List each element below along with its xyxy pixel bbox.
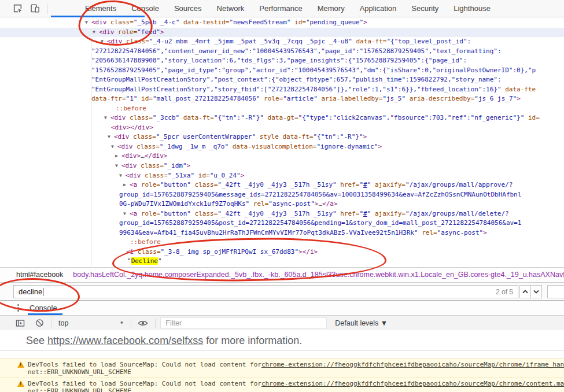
code-token-attr: id= xyxy=(194,172,210,179)
match-count: 2 of 5 xyxy=(496,288,513,296)
dom-tree-line[interactable]: ▼<div class="_idm"> xyxy=(0,161,564,171)
elements-panel: ▼<div class="_5pcb _4-c" data-testid="ne… xyxy=(0,18,564,267)
dom-tree-line[interactable]: data-ftr="1" id="mall_post_2721282254784… xyxy=(0,94,564,104)
next-match-button[interactable] xyxy=(530,285,542,298)
code-token-val: "{"tn":"-R"}" xyxy=(214,114,264,121)
console-filter-input[interactable]: Filter xyxy=(160,317,327,328)
code-token-val: "async-post" xyxy=(268,200,314,208)
code-token-val: "/ajax/groups/mall/approve/? xyxy=(406,181,513,188)
code-token-attr: role= xyxy=(115,28,138,36)
console-info-message: See https://www.facebook.com/selfxss for… xyxy=(26,335,564,347)
code-token-attr: aria-labelledby= xyxy=(318,95,383,102)
dom-tree-line[interactable]: "2721282254784056","content_owner_id_new… xyxy=(0,47,564,57)
search-query-text: decline xyxy=(19,287,42,296)
dom-tree-line[interactable]: ::before xyxy=(0,238,564,247)
code-token-val: "_5pcr userContentWrapper" xyxy=(156,133,256,140)
dom-tree-line[interactable]: <div></div> xyxy=(0,123,564,133)
breadcrumb: html#facebookbody.hasLeftCol._2yq.home.c… xyxy=(0,267,564,282)
code-token-tag: </a> xyxy=(322,200,338,208)
tab-elements[interactable]: Elements xyxy=(78,0,124,17)
sourcemap-link[interactable]: chrome-extension://fheoggkfdfchfphceeifd… xyxy=(261,361,564,368)
dom-tree-line[interactable]: "EntGroupMallPostCreationStory","story_f… xyxy=(0,85,564,95)
tab-console[interactable]: Console xyxy=(124,0,167,17)
disclosure-arrow-icon[interactable]: ▼ xyxy=(104,113,110,123)
disclosure-arrow-icon[interactable]: ▼ xyxy=(101,37,107,47)
code-token-tag: <a xyxy=(130,181,137,188)
dom-tree-line[interactable]: "2056636147889908","story_location":6,"t… xyxy=(0,56,564,66)
disclosure-arrow-icon[interactable]: ▼ xyxy=(111,142,117,152)
dom-tree-line[interactable]: ▶<a role="button" class="_42ft _4jy0 _4j… xyxy=(0,180,564,190)
dom-tree-line[interactable]: ▼<div class="_51xa" id="u_0_24"> xyxy=(0,171,564,181)
dom-tree-line[interactable]: group_id=1576528879259405&message_ids=27… xyxy=(0,190,564,200)
code-token-val: "2056636147889908","story_location":6,"t… xyxy=(91,57,467,64)
dom-tree-line[interactable]: ▼<div class="_4-u2 mbm _4mrt _5jmm _5pat… xyxy=(0,37,564,47)
dom-tree-line[interactable]: ▶<div>…</div> xyxy=(0,151,564,161)
disclosure-arrow-icon[interactable]: ▼ xyxy=(123,209,130,219)
previous-match-button[interactable] xyxy=(519,285,531,298)
search-input[interactable]: decline 2 of 5 xyxy=(13,285,518,298)
sourcemap-link[interactable]: chrome-extension://fheoggkfdfchfphceeifd… xyxy=(261,380,564,387)
breadcrumb-item-html[interactable]: html#facebook xyxy=(16,271,63,279)
console-drawer-tab[interactable]: Console xyxy=(30,304,57,312)
code-token-attr: data-ft= xyxy=(179,114,214,121)
dom-tree-line[interactable]: ▼<a role="button" class="_42ft _4jy0 _4j… xyxy=(0,209,564,219)
disclosure-arrow-icon[interactable]: ▼ xyxy=(108,132,114,142)
clear-console-icon[interactable] xyxy=(35,319,44,327)
dom-tree-line[interactable]: ▼<div class="_5pcr userContentWrapper" s… xyxy=(0,132,564,142)
dom-tree-line[interactable]: <i class="_3-8_ img sp_ojMFfR1PQwI sx_67… xyxy=(0,247,564,257)
code-token-tag: <i xyxy=(126,248,134,256)
show-console-sidebar-icon[interactable] xyxy=(16,319,25,328)
toolbar-divider xyxy=(131,319,131,328)
code-token-tag: <div xyxy=(114,133,130,140)
more-options-icon[interactable] xyxy=(17,304,19,312)
tab-lighthouse[interactable]: Lighthouse xyxy=(446,0,498,17)
close-search-button[interactable] xyxy=(547,285,564,298)
dom-tree-line[interactable]: ▼<div class="_5pcb _4-c" data-testid="ne… xyxy=(0,18,564,28)
tab-memory[interactable]: Memory xyxy=(310,0,352,17)
chevron-down-icon[interactable]: ▼ xyxy=(119,320,124,326)
tab-network[interactable]: Network xyxy=(209,0,252,17)
devtools-window: ElementsConsoleSourcesNetworkPerformance… xyxy=(0,0,564,392)
disclosure-arrow-icon[interactable]: ▼ xyxy=(115,161,121,171)
code-token-val: "pending_queue" xyxy=(306,19,363,26)
disclosure-arrow-icon[interactable]: ▼ xyxy=(93,28,99,38)
javascript-context-selector[interactable]: top xyxy=(58,319,68,327)
code-token-val: "_3ccb" xyxy=(153,114,179,121)
dom-tree: ▼<div class="_5pcb _4-c" data-testid="ne… xyxy=(0,18,564,267)
console-warning: !DevTools failed to load SourceMap: Coul… xyxy=(0,378,564,392)
tab-performance[interactable]: Performance xyxy=(252,0,309,17)
filter-placeholder: Filter xyxy=(165,319,182,327)
dom-tree-line[interactable]: ▼<div class="_1dwg _1w_m _q7o" data-visu… xyxy=(0,142,564,152)
breadcrumb-item-body[interactable]: body.hasLeftCol._2yq.home.composerExpand… xyxy=(73,271,564,279)
code-token-pseudo: ::before xyxy=(130,238,161,246)
dom-tree-line[interactable]: group_id=1576528879259405&post_id=272128… xyxy=(0,219,564,228)
tab-sources[interactable]: Sources xyxy=(167,0,209,17)
dom-tree-line[interactable]: 99634&eav=Afb41_fia45uvBhu2HrRaThJFWnCmM… xyxy=(0,228,564,238)
message-text: See xyxy=(26,335,47,346)
disclosure-arrow-icon[interactable]: ▶ xyxy=(115,151,121,161)
tab-application[interactable]: Application xyxy=(352,0,404,17)
dom-tree-line[interactable]: "Decline" xyxy=(0,257,564,267)
code-token-attr: role= xyxy=(137,210,160,217)
dom-tree-line[interactable]: ▼<div class="_3ccb" data-ft="{"tn":"-R"}… xyxy=(0,113,564,123)
tab-security[interactable]: Security xyxy=(404,0,446,17)
log-level-selector[interactable]: Default levels ▼ xyxy=(335,319,388,327)
dom-tree-line-selected[interactable]: ▼<div role="feed"> xyxy=(0,28,564,38)
console-tab-underline xyxy=(28,313,62,315)
live-expression-eye-icon[interactable] xyxy=(138,319,148,327)
dom-tree-line[interactable]: 0G-pWDu7IVx1ZWOmidYxck1uf9Z7oqHKs" rel="… xyxy=(0,199,564,209)
console-toolbar: top ▼ Filter Default levels ▼ xyxy=(0,315,564,330)
code-token-val: "ignore-dynamic" xyxy=(316,143,378,150)
dom-tree-line[interactable]: ::before xyxy=(0,104,564,114)
device-toolbar-icon[interactable] xyxy=(30,3,40,13)
code-token-tag: > xyxy=(160,28,164,36)
dom-tree-line[interactable]: "1576528879259405","page_id_type":"group… xyxy=(0,66,564,76)
inspect-element-icon[interactable] xyxy=(13,3,23,13)
disclosure-arrow-icon[interactable]: ▼ xyxy=(85,18,91,28)
disclosure-arrow-icon[interactable]: ▶ xyxy=(123,180,130,190)
disclosure-arrow-icon[interactable]: ▼ xyxy=(119,171,126,181)
selfxss-link[interactable]: https://www.facebook.com/selfxss xyxy=(47,335,203,346)
code-token-attr: class= xyxy=(134,248,160,256)
tab-strip: ElementsConsoleSourcesNetworkPerformance… xyxy=(47,0,498,17)
dom-tree-line[interactable]: "EntGroupMallPostCreationStory","post_co… xyxy=(0,75,564,85)
